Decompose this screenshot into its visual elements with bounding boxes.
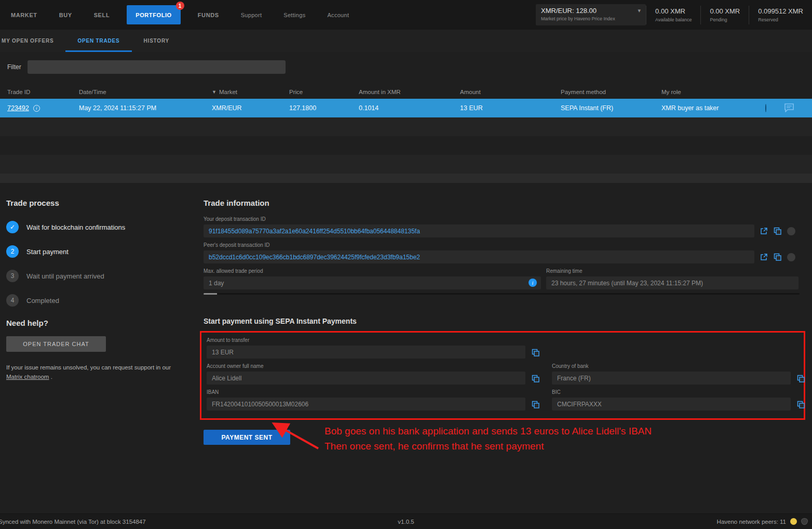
copy-icon[interactable] (532, 349, 539, 356)
copy-icon[interactable] (774, 253, 781, 261)
chat-bubble-icon[interactable] (784, 103, 794, 112)
open-in-explorer-icon[interactable] (760, 253, 768, 261)
nav-sell[interactable]: SELL (83, 0, 121, 30)
col-header-amount[interactable]: Amount (460, 89, 561, 95)
annotation-line-2: Then once sent, he confirms that he sent… (324, 439, 652, 454)
cell-payment-method: SEPA Instant (FR) (561, 104, 661, 112)
filter-input[interactable] (28, 60, 286, 74)
annotation-text: Bob goes on his bank application and sen… (324, 424, 652, 454)
nav-portfolio[interactable]: PORTFOLIO 1 (127, 5, 181, 24)
col-header-trade-id[interactable]: Trade ID (7, 89, 79, 95)
price-feed-status-icon[interactable] (790, 518, 797, 525)
copy-icon[interactable] (774, 227, 781, 235)
pending-balance-value: 0.00 XMR (710, 7, 740, 15)
nav-funds[interactable]: FUNDS (187, 0, 230, 30)
table-empty-row (0, 155, 812, 174)
cell-datetime: May 22, 2024 11:15:27 PM (79, 104, 212, 112)
col-header-market[interactable]: ▼ Market (212, 89, 289, 95)
nav-market[interactable]: MARKET (0, 0, 48, 30)
market-price-subtitle: Market price by Haveno Price Index (541, 16, 641, 21)
your-deposit-tx-field: 91f18455d089a75770a3af2a1e60a2416ff254d5… (204, 224, 754, 237)
portfolio-subtabs: MY OPEN OFFERS OPEN TRADES HISTORY (0, 30, 812, 52)
step-number-icon: 2 (6, 245, 19, 258)
nav-buy[interactable]: BUY (48, 0, 83, 30)
tor-icon[interactable] (801, 518, 808, 525)
tab-open-trades[interactable]: OPEN TRADES (65, 30, 131, 52)
cell-amount: 13 EUR (460, 104, 561, 112)
col-header-payment-method[interactable]: Payment method (561, 89, 661, 95)
max-trade-period-value: 1 day (209, 280, 224, 287)
copy-icon[interactable] (532, 375, 539, 382)
available-balance-label: Available balance (655, 17, 692, 22)
trade-process-title: Trade process (6, 199, 196, 207)
trader-avatar[interactable] (765, 104, 766, 112)
country-of-bank-field: France (FR) (552, 372, 791, 385)
table-empty-row (0, 136, 812, 155)
copy-icon[interactable] (797, 401, 805, 408)
info-icon[interactable]: i (529, 279, 537, 287)
portfolio-badge: 1 (176, 2, 184, 10)
tab-history[interactable]: HISTORY (132, 30, 182, 52)
payment-section-title: Start payment using SEPA Instant Payment… (204, 317, 804, 325)
country-of-bank-label: Country of bank (552, 363, 791, 369)
reserved-balance: 0.099512 XMR Reserved (749, 6, 812, 24)
payment-sent-button[interactable]: PAYMENT SENT (204, 430, 290, 445)
tx-status-circle-icon[interactable] (787, 227, 795, 235)
iban-field: FR1420041010050500013M02606 (207, 398, 525, 411)
nav-portfolio-label: PORTFOLIO (136, 12, 172, 18)
open-trader-chat-button[interactable]: OPEN TRADER CHAT (6, 336, 106, 352)
remaining-time-label: Remaining time (546, 268, 799, 274)
balances-cluster: XMR/EUR: 128.00 ▾ Market price by Haveno… (536, 0, 812, 30)
iban-group: IBAN FR1420041010050500013M02606 (207, 389, 525, 411)
matrix-chatroom-link[interactable]: Matrix chatroom (6, 374, 49, 380)
table-header-row: Trade ID Date/Time ▼ Market Price Amount… (0, 85, 812, 99)
filter-label: Filter (7, 63, 21, 71)
col-header-my-role[interactable]: My role (661, 89, 765, 95)
account-owner-field: Alice Lidell (207, 372, 525, 385)
trade-period-progress-fill (204, 293, 217, 295)
top-nav-bar: MARKET BUY SELL PORTFOLIO 1 FUNDS Suppor… (0, 0, 812, 30)
nav-support[interactable]: Support (230, 0, 273, 30)
trade-id-link[interactable]: 723492 (7, 104, 29, 112)
filter-row: Filter (7, 60, 286, 74)
trade-information-panel: Trade information Your deposit transacti… (204, 196, 804, 445)
market-price-value: XMR/EUR: 128.00 (541, 7, 597, 15)
peer-deposit-tx-link[interactable]: b52dccd1c6d0cc109ec366cb1bdc6897dec39624… (209, 254, 420, 261)
nav-settings[interactable]: Settings (273, 0, 316, 30)
max-trade-period-group: Max. allowed trade period 1 day i (204, 268, 541, 289)
table-row-selected[interactable]: 723492 i May 22, 2024 11:15:27 PM XMR/EU… (0, 99, 812, 117)
haveno-app-window: MARKET BUY SELL PORTFOLIO 1 FUNDS Suppor… (0, 0, 812, 529)
bic-group: BIC CMCIFRPAXXX (552, 389, 791, 411)
chevron-down-icon: ▾ (638, 7, 641, 14)
pending-balance-label: Pending (710, 17, 740, 22)
country-of-bank-group: Country of bank France (FR) (552, 363, 791, 385)
support-text-suffix: . (51, 374, 52, 380)
nav-account[interactable]: Account (316, 0, 360, 30)
peer-deposit-tx-field: b52dccd1c6d0cc109ec366cb1bdc6897dec39624… (204, 250, 754, 263)
copy-icon[interactable] (797, 375, 805, 382)
pending-balance: 0.00 XMR Pending (700, 6, 749, 24)
open-in-explorer-icon[interactable] (760, 227, 768, 235)
max-trade-period-field: 1 day i (204, 276, 541, 289)
max-trade-period-label: Max. allowed trade period (204, 268, 541, 274)
app-version: v1.0.5 (0, 519, 812, 525)
step-wait-payment-arrived: 3 Wait until payment arrived (6, 270, 196, 282)
col-header-amount-xmr[interactable]: Amount in XMR (359, 89, 460, 95)
status-bar: Synced with Monero Mainnet (via Tor) at … (0, 513, 812, 529)
col-header-datetime[interactable]: Date/Time (79, 89, 212, 95)
tx-status-circle-icon[interactable] (787, 253, 795, 261)
reserved-balance-label: Reserved (758, 17, 803, 22)
tab-my-open-offers[interactable]: MY OPEN OFFERS (0, 30, 65, 52)
step-wait-confirmations: ✓ Wait for blockchain confirmations (6, 221, 196, 233)
trade-information-title: Trade information (204, 199, 804, 207)
table-empty-row (0, 117, 812, 136)
your-deposit-tx-link[interactable]: 91f18455d089a75770a3af2a1e60a2416ff254d5… (209, 228, 420, 235)
market-price-selector[interactable]: XMR/EUR: 128.00 ▾ Market price by Haveno… (536, 4, 646, 25)
trade-info-icon[interactable]: i (33, 105, 40, 112)
col-header-price[interactable]: Price (289, 89, 359, 95)
step-label: Wait until payment arrived (26, 272, 104, 280)
annotation-line-1: Bob goes on his bank application and sen… (324, 424, 652, 439)
account-owner-group: Account owner full name Alice Lidell (207, 363, 525, 385)
copy-icon[interactable] (532, 401, 539, 408)
your-deposit-tx-row: 91f18455d089a75770a3af2a1e60a2416ff254d5… (204, 224, 804, 237)
